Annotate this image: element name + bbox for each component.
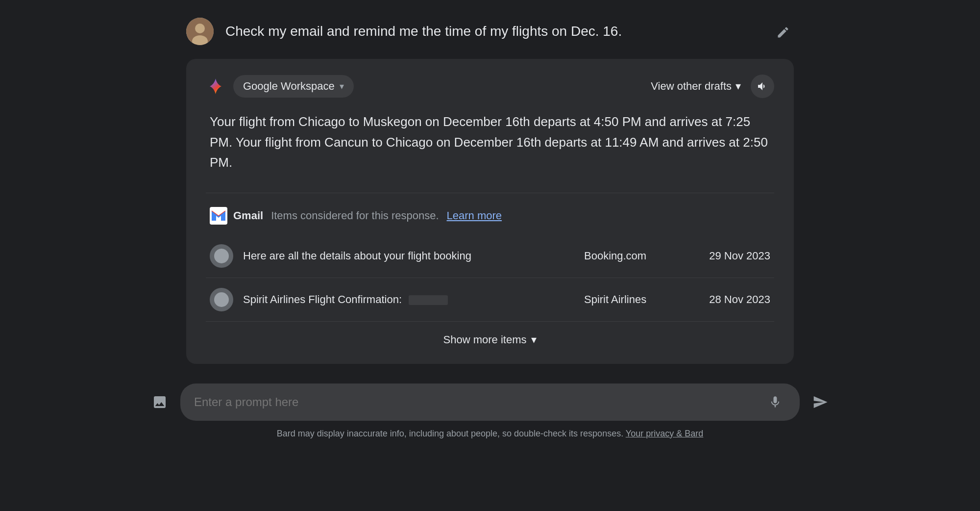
workspace-chevron-icon: ▾ bbox=[340, 81, 344, 92]
email-subject-1: Here are all the details about your flig… bbox=[243, 250, 574, 262]
header-left: Google Workspace ▾ bbox=[206, 75, 354, 98]
email-sender-avatar-1 bbox=[214, 249, 229, 263]
email-avatar-2 bbox=[210, 288, 233, 311]
edit-icon[interactable] bbox=[772, 22, 794, 43]
prompt-input-container bbox=[180, 383, 800, 421]
disclaimer-text: Bard may display inaccurate info, includ… bbox=[277, 429, 704, 439]
email-sender-2: Spirit Airlines bbox=[584, 293, 682, 306]
redacted-content bbox=[409, 295, 448, 305]
gmail-header: Gmail Items considered for this response… bbox=[206, 207, 774, 225]
speaker-button[interactable] bbox=[751, 75, 774, 98]
email-sender-1: Booking.com bbox=[584, 250, 682, 262]
email-date-2: 28 Nov 2023 bbox=[692, 293, 770, 306]
response-card: Google Workspace ▾ View other drafts ▾ Y… bbox=[186, 59, 794, 364]
privacy-link[interactable]: Your privacy & Bard bbox=[626, 429, 703, 438]
header-right: View other drafts ▾ bbox=[651, 75, 774, 98]
email-subject-2: Spirit Airlines Flight Confirmation: bbox=[243, 293, 574, 306]
show-more-chevron-icon: ▾ bbox=[531, 333, 537, 346]
card-header: Google Workspace ▾ View other drafts ▾ bbox=[206, 75, 774, 98]
send-button[interactable] bbox=[808, 389, 833, 415]
bottom-bar: Bard may display inaccurate info, includ… bbox=[0, 383, 980, 439]
learn-more-link[interactable]: Learn more bbox=[447, 209, 502, 222]
user-message-row: Check my email and remind me the time of… bbox=[186, 0, 794, 59]
show-more-label: Show more items bbox=[443, 333, 527, 346]
view-other-drafts-label: View other drafts bbox=[651, 80, 732, 93]
gmail-icon bbox=[210, 207, 227, 225]
email-item-2[interactable]: Spirit Airlines Flight Confirmation: Spi… bbox=[206, 278, 774, 322]
email-date-1: 29 Nov 2023 bbox=[692, 250, 770, 262]
user-avatar bbox=[186, 18, 214, 45]
show-more-button[interactable]: Show more items ▾ bbox=[206, 322, 774, 346]
response-text: Your flight from Chicago to Muskegon on … bbox=[206, 112, 774, 173]
view-other-drafts-button[interactable]: View other drafts ▾ bbox=[651, 80, 741, 93]
gemini-star-icon bbox=[206, 77, 225, 96]
drafts-chevron-icon: ▾ bbox=[735, 80, 741, 93]
email-avatar-1 bbox=[210, 244, 233, 268]
image-upload-button[interactable] bbox=[147, 389, 172, 415]
microphone-button[interactable] bbox=[764, 391, 786, 413]
workspace-label: Google Workspace bbox=[243, 80, 335, 93]
items-considered-text: Items considered for this response. bbox=[271, 209, 439, 222]
prompt-input[interactable] bbox=[194, 395, 757, 409]
gmail-label: Gmail bbox=[233, 209, 263, 222]
email-item[interactable]: Here are all the details about your flig… bbox=[206, 234, 774, 278]
input-row bbox=[147, 383, 833, 421]
avatar-image bbox=[186, 18, 214, 45]
user-message-text: Check my email and remind me the time of… bbox=[225, 18, 760, 41]
workspace-badge[interactable]: Google Workspace ▾ bbox=[233, 75, 354, 98]
svg-point-1 bbox=[195, 24, 205, 33]
email-sender-avatar-2 bbox=[214, 292, 229, 307]
source-section: Gmail Items considered for this response… bbox=[206, 193, 774, 346]
